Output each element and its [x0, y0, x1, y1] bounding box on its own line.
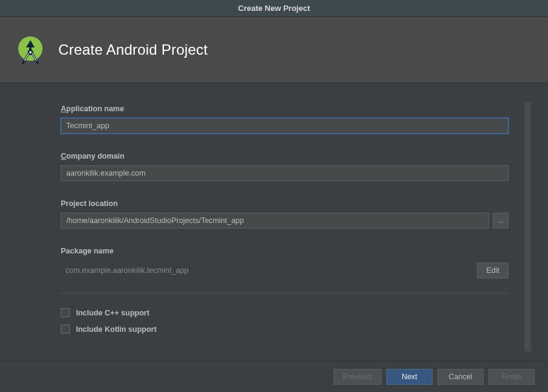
window-title: Create New Project [238, 4, 310, 13]
finish-button[interactable]: Finish [488, 369, 535, 385]
divider [61, 293, 509, 294]
company-domain-label: Company domain [61, 152, 509, 160]
footer-bar: Previous Next Cancel Finish [0, 360, 548, 392]
form-container: Application name Company domain Project … [0, 83, 548, 360]
application-name-input[interactable] [61, 118, 509, 134]
kotlin-support-row[interactable]: Include Kotlin support [61, 325, 509, 334]
android-studio-logo-icon [16, 35, 45, 64]
kotlin-support-label: Include Kotlin support [76, 325, 157, 334]
header-panel: Create Android Project [0, 17, 548, 83]
svg-point-3 [29, 51, 32, 53]
form-fields: Application name Company domain Project … [61, 105, 524, 354]
package-name-value: com.example.aaronkilik.tecmint_app [61, 266, 471, 275]
project-location-label: Project location [61, 199, 509, 208]
package-name-group: Package name com.example.aaronkilik.tecm… [61, 247, 509, 278]
project-location-input[interactable] [61, 213, 489, 229]
window-titlebar: Create New Project [0, 0, 548, 17]
application-name-group: Application name [61, 105, 509, 134]
content-area: Create Android Project Application name … [0, 17, 548, 392]
company-domain-input[interactable] [61, 165, 509, 181]
page-title: Create Android Project [58, 41, 208, 58]
cpp-support-checkbox[interactable] [61, 308, 70, 317]
package-name-label: Package name [61, 247, 509, 255]
cpp-support-label: Include C++ support [76, 309, 149, 317]
project-location-group: Project location ... [61, 199, 509, 229]
kotlin-support-checkbox[interactable] [61, 325, 70, 334]
application-name-label: Application name [61, 105, 509, 113]
next-button[interactable]: Next [386, 369, 433, 385]
cpp-support-row[interactable]: Include C++ support [61, 308, 509, 317]
package-name-row: com.example.aaronkilik.tecmint_app Edit [61, 263, 509, 278]
project-location-row: ... [61, 213, 509, 229]
cancel-button[interactable]: Cancel [437, 369, 484, 385]
edit-package-button[interactable]: Edit [477, 263, 509, 278]
vertical-scrollbar[interactable] [524, 102, 531, 351]
previous-button[interactable]: Previous [334, 369, 382, 385]
browse-button[interactable]: ... [493, 213, 509, 229]
company-domain-group: Company domain [61, 152, 509, 181]
